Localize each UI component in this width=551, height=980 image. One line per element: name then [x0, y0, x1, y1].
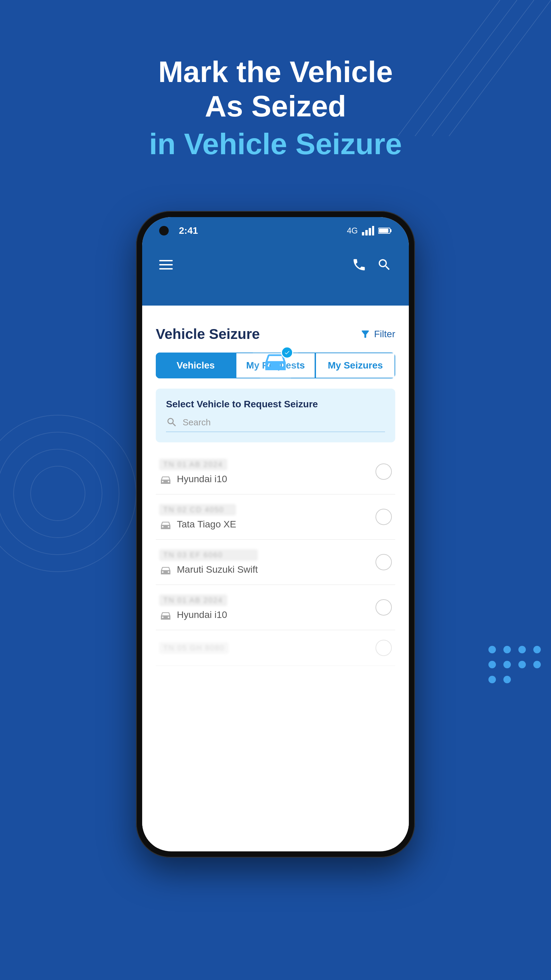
radio-button[interactable]	[375, 599, 392, 616]
hamburger-menu[interactable]	[159, 260, 173, 269]
vehicle-plate: TN 05 GH 8080	[159, 642, 229, 654]
radio-button[interactable]	[375, 640, 392, 656]
screen-title: Vehicle Seizure	[156, 326, 260, 342]
radio-button[interactable]	[375, 463, 392, 480]
svg-rect-10	[369, 228, 371, 235]
vehicle-list: TN 01 AB 2024 Hyundai i10	[156, 449, 395, 666]
app-header	[142, 244, 409, 285]
status-time: 2:41	[179, 225, 198, 236]
search-header-icon[interactable]	[377, 257, 392, 272]
vehicle-item[interactable]: TN 01 AB 2024 Hyundai i10	[156, 449, 395, 495]
car-badge-circle	[252, 336, 299, 384]
vehicle-plate: TN 02 CD 4050	[159, 504, 236, 515]
vehicle-name: Tata Tiago XE	[177, 519, 236, 530]
vehicle-info: TN 01 AB 2024 Hyundai i10	[159, 595, 227, 620]
check-badge	[281, 347, 293, 359]
vehicle-info: TN 02 CD 4050 Tata Tiago XE	[159, 504, 236, 530]
svg-point-7	[30, 466, 85, 520]
bars-icon	[362, 226, 374, 235]
tab-vehicles[interactable]: Vehicles	[156, 353, 236, 379]
hero-line1: Mark the Vehicle	[158, 55, 393, 89]
vehicle-name: Hyundai i10	[177, 474, 227, 485]
status-bar: 2:41 4G	[142, 217, 409, 244]
car-list-icon	[159, 610, 172, 620]
svg-point-6	[14, 449, 102, 538]
hero-line3: in Vehicle Seizure	[149, 127, 402, 161]
svg-rect-8	[362, 232, 364, 235]
radio-button[interactable]	[375, 554, 392, 570]
dots-decoration	[488, 646, 541, 691]
vehicle-item[interactable]: TN 02 CD 4050 Tata Tiago XE	[156, 495, 395, 540]
phone-mockup: 2:41 4G	[136, 211, 415, 858]
svg-rect-9	[365, 230, 368, 235]
phone-icon[interactable]	[352, 257, 367, 272]
vehicle-item[interactable]: TN 05 GH 8080	[156, 630, 395, 666]
svg-rect-13	[390, 229, 392, 232]
hero-section: Mark the Vehicle As Seized in Vehicle Se…	[0, 54, 551, 161]
vehicle-plate: TN 01 AB 2024	[159, 459, 227, 470]
bg-decoration-circles	[0, 408, 143, 579]
vehicle-info: TN 05 GH 8080	[159, 642, 229, 654]
svg-rect-14	[379, 229, 388, 233]
radio-button[interactable]	[375, 509, 392, 525]
camera-notch	[159, 226, 169, 235]
svg-point-5	[0, 432, 119, 555]
vehicle-item[interactable]: TN 03 EF 6060 Maruti Suzuki Swift	[156, 540, 395, 585]
filter-label: Filter	[374, 329, 395, 340]
car-list-icon	[159, 520, 172, 529]
search-icon	[166, 417, 178, 428]
status-icons: 4G	[347, 226, 392, 235]
filter-icon	[360, 329, 371, 340]
tab-my-seizures[interactable]: My Seizures	[315, 353, 395, 379]
signal-icon: 4G	[347, 226, 358, 235]
vehicle-plate: TN 01 AB 2024	[159, 595, 227, 606]
content-area: Vehicle Seizure Filter Vehicles My Reque	[142, 309, 409, 848]
vehicle-name: Maruti Suzuki Swift	[177, 564, 258, 575]
search-row[interactable]: Search	[166, 417, 385, 432]
svg-rect-11	[372, 226, 374, 235]
select-vehicle-label: Select Vehicle to Request Seizure	[166, 399, 385, 410]
battery-icon	[378, 227, 392, 234]
vehicle-item[interactable]: TN 01 AB 2024 Hyundai i10	[156, 585, 395, 630]
vehicle-name: Hyundai i10	[177, 609, 227, 620]
vehicle-info: TN 01 AB 2024 Hyundai i10	[159, 459, 227, 485]
search-placeholder[interactable]: Search	[183, 417, 211, 428]
select-vehicle-box: Select Vehicle to Request Seizure Search	[156, 388, 395, 442]
svg-point-4	[0, 415, 136, 572]
hero-line2: As Seized	[205, 89, 346, 123]
car-list-icon	[159, 565, 172, 574]
vehicle-info: TN 03 EF 6060 Maruti Suzuki Swift	[159, 549, 258, 575]
filter-button[interactable]: Filter	[360, 329, 395, 340]
car-list-icon	[159, 474, 172, 484]
vehicle-plate: TN 03 EF 6060	[159, 549, 258, 561]
